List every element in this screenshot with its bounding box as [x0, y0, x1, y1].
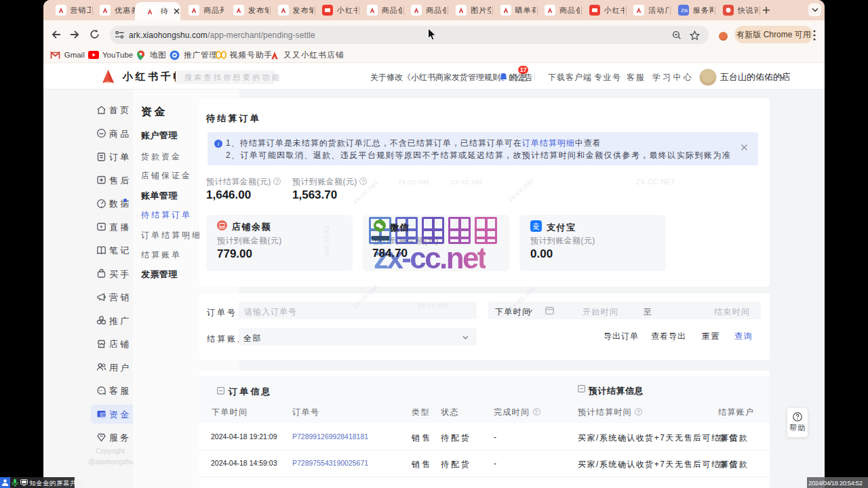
svg-text:ZW: ZW	[681, 8, 688, 13]
